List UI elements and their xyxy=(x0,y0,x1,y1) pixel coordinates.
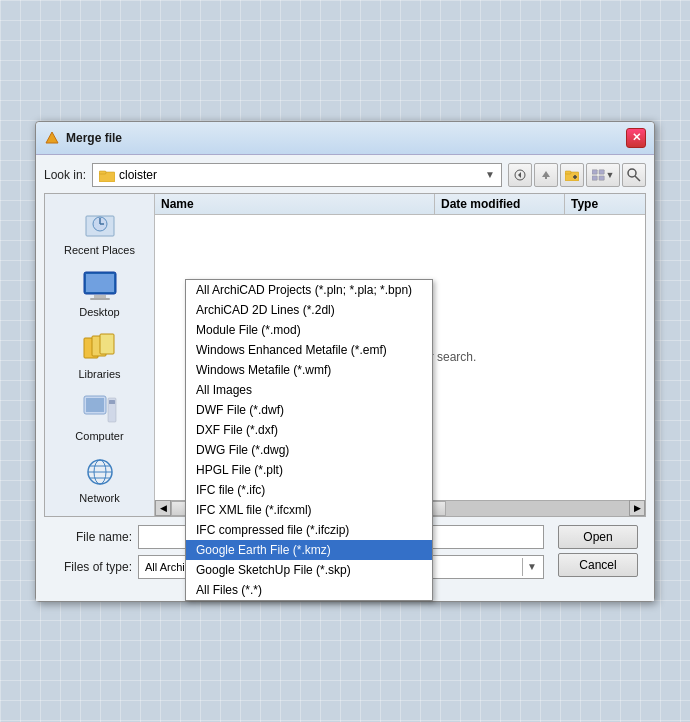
dropdown-option-emf[interactable]: Windows Enhanced Metafile (*.emf) xyxy=(186,340,432,360)
files-of-type-arrow: ▼ xyxy=(522,558,537,576)
desktop-icon xyxy=(82,268,118,304)
merge-file-dialog: Merge file ✕ Look in: cloister ▼ xyxy=(35,121,655,602)
sidebar-label-computer: Computer xyxy=(75,430,123,442)
svg-rect-23 xyxy=(94,295,106,298)
dropdown-option-wmf[interactable]: Windows Metafile (*.wmf) xyxy=(186,360,432,380)
svg-line-16 xyxy=(635,176,640,181)
toolbar-row: Look in: cloister ▼ xyxy=(44,163,646,187)
sidebar-item-network[interactable]: Network xyxy=(55,450,145,508)
col-type-header[interactable]: Type xyxy=(565,194,645,214)
sidebar-item-libraries[interactable]: Libraries xyxy=(55,326,145,384)
sidebar-item-desktop[interactable]: Desktop xyxy=(55,264,145,322)
svg-rect-8 xyxy=(565,171,571,174)
svg-rect-14 xyxy=(599,175,604,179)
cancel-button[interactable]: Cancel xyxy=(558,553,638,577)
dropdown-option-hpgl[interactable]: HPGL File (*.plt) xyxy=(186,460,432,480)
svg-rect-2 xyxy=(99,171,106,174)
sidebar-label-network: Network xyxy=(79,492,119,504)
svg-rect-13 xyxy=(592,175,597,179)
nav-up-button[interactable] xyxy=(534,163,558,187)
nav-back-button[interactable] xyxy=(508,163,532,187)
files-of-type-label: Files of type: xyxy=(52,560,132,574)
sidebar: Recent Places Desktop xyxy=(45,194,155,516)
up-arrow-icon xyxy=(540,169,552,181)
sidebar-label-recent-places: Recent Places xyxy=(64,244,135,256)
sidebar-label-libraries: Libraries xyxy=(78,368,120,380)
title-bar: Merge file ✕ xyxy=(36,122,654,155)
network-icon xyxy=(82,454,118,490)
files-of-type-dropdown[interactable]: All ArchiCAD Projects (*.pln; *.pla; *.b… xyxy=(185,279,433,601)
dropdown-option-dwg[interactable]: DWG File (*.dwg) xyxy=(186,440,432,460)
toolbar-buttons: ▼ xyxy=(508,163,646,187)
col-date-header[interactable]: Date modified xyxy=(435,194,565,214)
dropdown-option-archicad-projects[interactable]: All ArchiCAD Projects (*.pln; *.pla; *.b… xyxy=(186,280,432,300)
new-folder-icon xyxy=(565,169,579,181)
scroll-left-button[interactable]: ◀ xyxy=(155,500,171,516)
dropdown-option-ifc[interactable]: IFC file (*.ifc) xyxy=(186,480,432,500)
file-list-header: Name Date modified Type xyxy=(155,194,645,215)
scroll-right-button[interactable]: ▶ xyxy=(629,500,645,516)
folder-icon xyxy=(99,168,115,182)
look-in-arrow: ▼ xyxy=(485,169,495,180)
search-icon xyxy=(627,168,641,182)
libraries-icon xyxy=(82,330,118,366)
new-folder-button[interactable] xyxy=(560,163,584,187)
svg-rect-22 xyxy=(86,274,114,292)
close-button[interactable]: ✕ xyxy=(626,128,646,148)
col-name-header[interactable]: Name xyxy=(155,194,435,214)
svg-marker-0 xyxy=(46,132,58,143)
look-in-value: cloister xyxy=(119,168,157,182)
file-name-label: File name: xyxy=(52,530,132,544)
back-arrow-icon xyxy=(514,169,526,181)
svg-rect-29 xyxy=(86,398,104,412)
dropdown-option-module-file[interactable]: Module File (*.mod) xyxy=(186,320,432,340)
dialog-body: Look in: cloister ▼ xyxy=(36,155,654,601)
dropdown-option-google-earth[interactable]: Google Earth File (*.kmz) xyxy=(186,540,432,560)
view-button[interactable]: ▼ xyxy=(586,163,620,187)
svg-rect-27 xyxy=(100,334,114,354)
app-icon xyxy=(44,130,60,146)
look-in-label: Look in: xyxy=(44,168,86,182)
view-dropdown-arrow: ▼ xyxy=(606,170,615,180)
dropdown-option-ifc-zip[interactable]: IFC compressed file (*.ifczip) xyxy=(186,520,432,540)
sidebar-item-recent-places[interactable]: Recent Places xyxy=(55,202,145,260)
svg-marker-4 xyxy=(518,172,521,178)
svg-rect-24 xyxy=(90,298,110,300)
action-buttons: Open Cancel xyxy=(558,525,638,577)
open-button[interactable]: Open xyxy=(558,525,638,549)
dropdown-option-sketchup[interactable]: Google SketchUp File (*.skp) xyxy=(186,560,432,580)
dropdown-option-all-images[interactable]: All Images xyxy=(186,380,432,400)
dropdown-option-all-files[interactable]: All Files (*.*) xyxy=(186,580,432,600)
svg-point-15 xyxy=(628,169,636,177)
dropdown-option-archicad-2d[interactable]: ArchiCAD 2D Lines (*.2dl) xyxy=(186,300,432,320)
computer-icon xyxy=(82,392,118,428)
dialog-title: Merge file xyxy=(66,131,122,145)
dropdown-option-ifc-xml[interactable]: IFC XML file (*.ifcxml) xyxy=(186,500,432,520)
dropdown-list: All ArchiCAD Projects (*.pln; *.pla; *.b… xyxy=(186,280,432,600)
sidebar-label-desktop: Desktop xyxy=(79,306,119,318)
folder-icon-wrapper: cloister xyxy=(99,168,157,182)
dropdown-option-dwf[interactable]: DWF File (*.dwf) xyxy=(186,400,432,420)
svg-rect-11 xyxy=(592,169,597,173)
look-in-dropdown[interactable]: cloister ▼ xyxy=(92,163,502,187)
svg-rect-12 xyxy=(599,169,604,173)
recent-places-icon xyxy=(82,206,118,242)
title-bar-left: Merge file xyxy=(44,130,122,146)
search-button[interactable] xyxy=(622,163,646,187)
svg-rect-6 xyxy=(545,176,547,179)
view-icon xyxy=(592,169,606,181)
dropdown-option-dxf[interactable]: DXF File (*.dxf) xyxy=(186,420,432,440)
sidebar-item-computer[interactable]: Computer xyxy=(55,388,145,446)
svg-rect-31 xyxy=(109,400,115,404)
